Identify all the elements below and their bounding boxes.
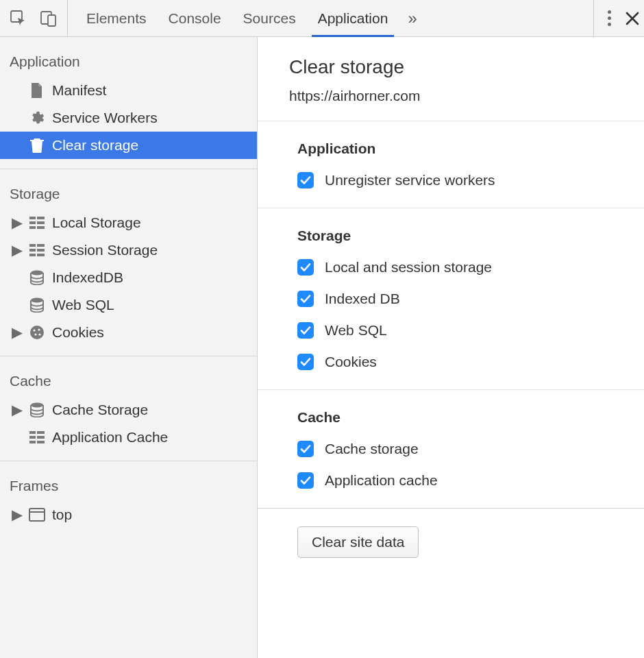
close-icon[interactable] — [625, 11, 640, 26]
tab-application[interactable]: Application — [309, 0, 397, 36]
check-label: Unregister service workers — [325, 172, 495, 188]
svg-point-23 — [38, 333, 40, 335]
clear-site-data-button[interactable]: Clear site data — [297, 526, 419, 558]
svg-point-18 — [31, 298, 43, 303]
check-websql[interactable]: Web SQL — [297, 322, 644, 339]
sidebar-item-cookies[interactable]: ▶ Cookies — [0, 319, 257, 346]
cookie-icon — [29, 324, 45, 341]
button-row: Clear site data — [258, 509, 644, 578]
checkbox-icon — [297, 172, 314, 188]
check-unregister-sw[interactable]: Unregister service workers — [297, 172, 644, 188]
tab-label: Console — [169, 10, 221, 27]
origin-url: https://airhorner.com — [289, 88, 644, 104]
sidebar-item-label: Manifest — [52, 82, 106, 99]
kebab-menu-icon[interactable] — [604, 10, 615, 26]
toolbar-right — [593, 0, 640, 36]
tab-overflow-icon[interactable]: » — [401, 9, 423, 28]
tab-label: Sources — [243, 10, 296, 27]
sidebar-item-label: Cookies — [52, 324, 104, 341]
toolbar-left-icons — [10, 0, 68, 36]
svg-rect-6 — [37, 217, 45, 219]
main: Application ▶ Manifest ▶ Service Workers… — [0, 37, 644, 658]
inspect-icon[interactable] — [10, 10, 27, 27]
sidebar-item-local-storage[interactable]: ▶ Local Storage — [0, 209, 257, 236]
sidebar-item-label: Cache Storage — [52, 402, 148, 418]
check-label: Application cache — [325, 472, 438, 489]
tab-sources[interactable]: Sources — [234, 0, 305, 36]
grid-icon — [29, 215, 45, 231]
sidebar-item-indexeddb[interactable]: ▶ IndexedDB — [0, 264, 257, 291]
chevron-right-icon: ▶ — [12, 324, 22, 341]
svg-rect-5 — [29, 217, 36, 219]
svg-rect-12 — [37, 244, 45, 247]
chevron-right-icon: ▶ — [12, 507, 22, 523]
svg-rect-25 — [29, 431, 36, 434]
content-panel: Clear storage https://airhorner.com Appl… — [258, 37, 644, 658]
checkbox-icon — [297, 322, 314, 339]
section-storage: Storage Local and session storage Indexe… — [258, 208, 644, 390]
trash-icon — [29, 137, 45, 154]
sidebar-item-application-cache[interactable]: ▶ Application Cache — [0, 424, 257, 451]
check-cache-storage[interactable]: Cache storage — [297, 441, 644, 457]
devtools-toolbar: Elements Console Sources Application » — [0, 0, 644, 37]
svg-rect-8 — [37, 221, 45, 224]
tab-label: Elements — [86, 10, 147, 27]
db-icon — [29, 269, 45, 286]
sidebar-item-label: Application Cache — [52, 429, 168, 446]
svg-rect-7 — [29, 221, 36, 224]
svg-rect-29 — [29, 441, 36, 443]
svg-rect-9 — [29, 226, 36, 229]
svg-point-22 — [34, 333, 36, 335]
content-header: Clear storage https://airhorner.com — [258, 37, 644, 121]
section-title: Storage — [297, 228, 644, 244]
checkbox-icon — [297, 259, 314, 276]
svg-point-21 — [38, 328, 40, 330]
sidebar-item-label: Web SQL — [52, 297, 114, 313]
tab-console[interactable]: Console — [160, 0, 230, 36]
tab-elements[interactable]: Elements — [77, 0, 156, 36]
svg-rect-27 — [29, 436, 36, 439]
sidebar-group-title: Frames — [0, 461, 257, 501]
sidebar-item-cache-storage[interactable]: ▶ Cache Storage — [0, 396, 257, 424]
checkbox-icon — [297, 291, 314, 307]
section-cache: Cache Cache storage Application cache — [258, 390, 644, 508]
section-title: Application — [297, 141, 644, 157]
checkbox-icon — [297, 441, 314, 457]
sidebar-item-manifest[interactable]: ▶ Manifest — [0, 77, 257, 104]
section-application: Application Unregister service workers — [258, 121, 644, 208]
sidebar-item-label: Session Storage — [52, 242, 158, 258]
check-indexeddb[interactable]: Indexed DB — [297, 291, 644, 307]
svg-rect-10 — [37, 226, 45, 229]
sidebar-item-label: IndexedDB — [52, 269, 123, 286]
sidebar-group-title: Application — [0, 37, 257, 77]
check-local-session[interactable]: Local and session storage — [297, 259, 644, 276]
sidebar-item-websql[interactable]: ▶ Web SQL — [0, 291, 257, 319]
sidebar-item-label: Clear storage — [52, 137, 138, 154]
svg-rect-2 — [48, 15, 55, 26]
sidebar-group-title: Storage — [0, 169, 257, 209]
grid-icon — [29, 429, 45, 446]
sidebar-item-service-workers[interactable]: ▶ Service Workers — [0, 104, 257, 132]
checkbox-icon — [297, 472, 314, 489]
sidebar-item-label: Service Workers — [52, 110, 158, 126]
sidebar: Application ▶ Manifest ▶ Service Workers… — [0, 37, 258, 658]
check-label: Indexed DB — [325, 291, 400, 307]
check-application-cache[interactable]: Application cache — [297, 472, 644, 489]
check-cookies[interactable]: Cookies — [297, 354, 644, 370]
svg-point-17 — [31, 271, 43, 276]
sidebar-item-session-storage[interactable]: ▶ Session Storage — [0, 236, 257, 264]
window-icon — [29, 507, 45, 523]
chevron-right-icon: ▶ — [12, 242, 22, 258]
sidebar-item-clear-storage[interactable]: ▶ Clear storage — [0, 132, 257, 159]
page-title: Clear storage — [289, 56, 644, 78]
db-icon — [29, 297, 45, 313]
svg-point-24 — [31, 403, 43, 408]
check-label: Local and session storage — [325, 259, 492, 276]
svg-rect-14 — [37, 249, 45, 252]
check-label: Cookies — [325, 354, 377, 370]
sidebar-item-top-frame[interactable]: ▶ top — [0, 501, 257, 528]
file-icon — [29, 82, 45, 99]
device-toggle-icon[interactable] — [40, 10, 58, 27]
gear-icon — [29, 110, 45, 126]
devtools-tabs: Elements Console Sources Application » — [77, 0, 593, 36]
